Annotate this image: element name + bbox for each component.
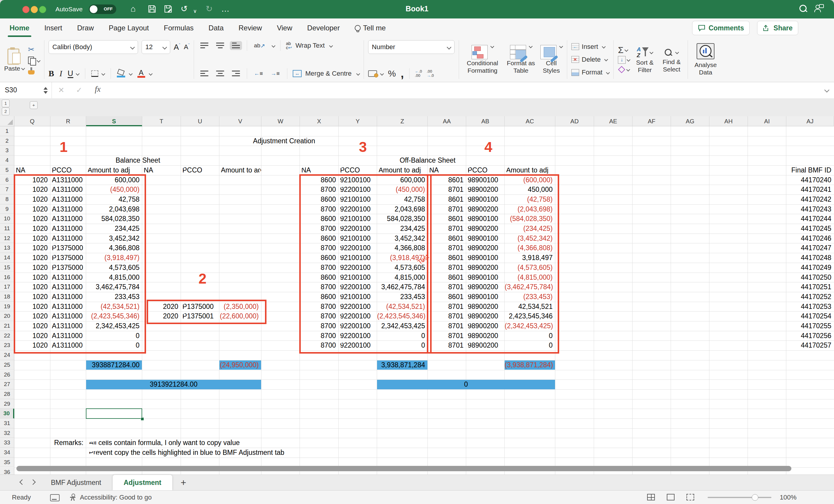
cell-Q10[interactable]: 1020 [14,214,50,224]
cell-AC18[interactable]: (233,453) [505,292,555,302]
header-T5[interactable]: NA [142,166,181,175]
cell-AB14[interactable]: 98900100 [466,253,504,263]
cell-AB21[interactable]: 98900200 [466,321,504,331]
cell-AJ17[interactable]: 44170251 [786,282,834,292]
cell-AB16[interactable]: 98900100 [466,273,504,282]
cell-R17[interactable]: A1311000 [50,282,86,292]
row-header-30[interactable]: 30 [0,409,14,418]
sheet-tab-bmf-adjustment[interactable]: BMF Adjustment [48,475,104,490]
cell-AB13[interactable]: 98900200 [466,243,504,253]
header-V5[interactable]: Amount to adj [219,166,261,175]
cell-V20[interactable]: (22,600,000) [219,312,261,321]
cell-X10[interactable]: 8600 [300,214,338,224]
cell-X16[interactable]: 8600 [300,273,338,282]
cell-AC7[interactable]: 450,000 [505,185,555,194]
cell-Y22[interactable]: 92200100 [338,331,377,341]
cell-AC14[interactable]: 3,918,497 [505,253,555,263]
column-header-AB[interactable]: AB [466,116,505,126]
column-header-AA[interactable]: AA [428,116,466,126]
column-header-Z[interactable]: Z [377,116,428,126]
cell-S20[interactable]: (2,423,545,346) [86,312,142,321]
cell-AJ13[interactable]: 44170247 [786,243,834,253]
cell-AA22[interactable]: 8701 [428,331,466,341]
cell-AA8[interactable]: 8601 [428,195,466,204]
cell-Y11[interactable]: 92200100 [338,224,377,233]
column-header-T[interactable]: T [142,116,181,126]
cell-Y7[interactable]: 92200100 [338,185,377,194]
row-header-16[interactable]: 16 [0,273,14,282]
total-V25[interactable]: (24,950,000) [219,361,261,370]
cell-Z7[interactable]: (450,000) [377,185,427,194]
cell-AB19[interactable]: 98900200 [466,302,504,312]
cell-S15[interactable]: 4,573,605 [86,263,142,273]
row-header-28[interactable]: 28 [0,389,14,399]
cell-AJ7[interactable]: 44170241 [786,185,834,194]
cell-Y12[interactable]: 92100100 [338,234,377,243]
cell-AA13[interactable]: 8701 [428,243,466,253]
sheet-tab-adjustment[interactable]: Adjustment [113,475,172,490]
cell-R10[interactable]: A1311000 [50,214,86,224]
cell-AJ12[interactable]: 44170246 [786,234,834,243]
cell-AJ11[interactable]: 44170245 [786,224,834,233]
cell-Y14[interactable]: 92100100 [338,253,377,263]
keyboard-icon[interactable] [50,494,60,501]
total-merged-Z27[interactable]: 0 [377,380,555,389]
cell-Y9[interactable]: 92200100 [338,205,377,214]
cell-AJ14[interactable]: 44170248 [786,253,834,263]
column-header-AI[interactable]: AI [748,116,786,126]
column-header-AG[interactable]: AG [671,116,709,126]
row-header-2[interactable]: 2 [0,136,14,146]
row-header-29[interactable]: 29 [0,399,14,409]
cell-R23[interactable]: A1311000 [50,341,86,350]
column-header-X[interactable]: X [300,116,338,126]
cell-AB10[interactable]: 98900100 [466,214,504,224]
cell-Q21[interactable]: 1020 [14,321,50,331]
cell-Q13[interactable]: 1020 [14,243,50,253]
cell-AA9[interactable]: 8701 [428,205,466,214]
cell-AA15[interactable]: 8701 [428,263,466,273]
row-header-4[interactable]: 4 [0,156,14,165]
column-header-AC[interactable]: AC [505,116,555,126]
cell-AB12[interactable]: 98900100 [466,234,504,243]
cell-Q12[interactable]: 1020 [14,234,50,243]
header-AA5[interactable]: NA [428,166,466,175]
column-header-S[interactable]: S [86,116,142,126]
cell-AC21[interactable]: (2,342,453,425) [505,321,555,331]
cell-R16[interactable]: A1311000 [50,273,86,282]
cell-AC15[interactable]: (4,573,605) [505,263,555,273]
cell-AC20[interactable]: 2,423,545,346 [505,312,555,321]
cell-Q6[interactable]: 1020 [14,176,50,185]
cell-S14[interactable]: (3,918,497) [86,253,142,263]
cell-X20[interactable]: 8700 [300,312,338,321]
cell-Y17[interactable]: 92200100 [338,282,377,292]
cell-Z11[interactable]: 234,425 [377,224,427,233]
row-header-7[interactable]: 7 [0,185,14,194]
cell-AJ6[interactable]: 44170240 [786,176,834,185]
cell-AJ18[interactable]: 44170252 [786,292,834,302]
cell-S21[interactable]: 2,342,453,425 [86,321,142,331]
cell-R21[interactable]: A1311000 [50,321,86,331]
cell-AB22[interactable]: 98900200 [466,331,504,341]
cell-Q18[interactable]: 1020 [14,292,50,302]
cell-Z16[interactable]: 4,815,000 [377,273,427,282]
cell-S8[interactable]: 42,758 [86,195,142,204]
cell-AJ9[interactable]: 44170243 [786,205,834,214]
header-R5[interactable]: PCCO [50,166,86,175]
cell-Y16[interactable]: 92100100 [338,273,377,282]
header-Y5[interactable]: PCCO [338,166,377,175]
cell-R6[interactable]: A1311000 [50,176,86,185]
cell-AB18[interactable]: 98900100 [466,292,504,302]
cell-Q7[interactable]: 1020 [14,185,50,194]
cell-Y13[interactable]: 92200100 [338,243,377,253]
row-header-13[interactable]: 13 [0,243,14,253]
column-header-AF[interactable]: AF [633,116,671,126]
row-header-12[interactable]: 12 [0,233,14,243]
cell-Y23[interactable]: 92200100 [338,341,377,350]
cell-Z19[interactable]: (42,534,521) [377,302,427,312]
cell-X13[interactable]: 8700 [300,243,338,253]
cell-X19[interactable]: 8700 [300,302,338,312]
cell-AA21[interactable]: 8701 [428,321,466,331]
cell-S7[interactable]: (450,000) [86,185,142,194]
cell-S17[interactable]: 3,462,475,784 [86,282,142,292]
row-header-1[interactable]: 1 [0,126,14,136]
